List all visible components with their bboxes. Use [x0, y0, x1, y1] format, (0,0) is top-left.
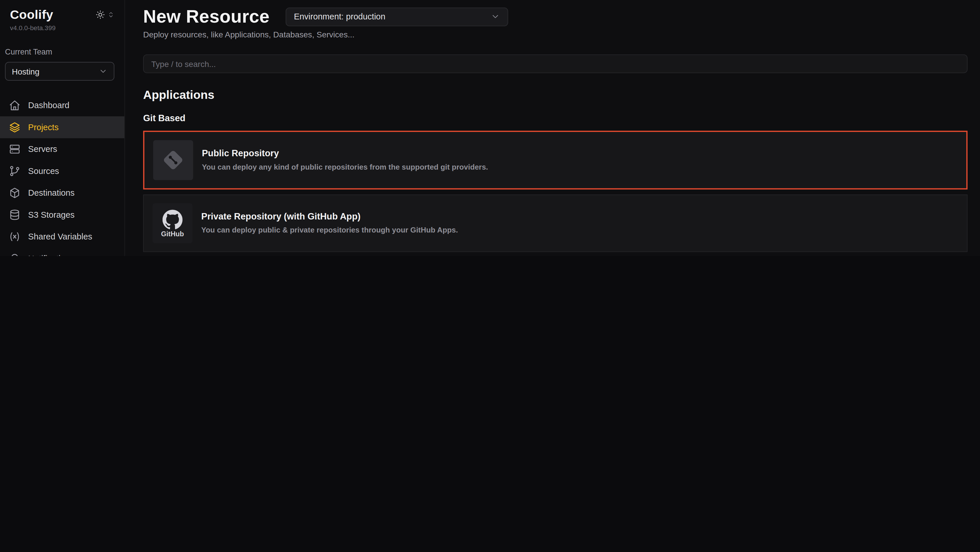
app-title: Coolify — [10, 8, 53, 22]
environment-select-value: Environment: production — [294, 12, 385, 21]
sidebar: Coolify v4.0.0-beta.399 Current Team Hos… — [0, 0, 125, 256]
sidebar-item-s3-storages[interactable]: S3 Storages — [0, 204, 124, 225]
home-icon — [9, 99, 21, 111]
environment-select[interactable]: Environment: production — [286, 7, 508, 26]
database-icon — [9, 209, 21, 221]
card-public-repository[interactable]: Public Repository You can deploy any kin… — [143, 131, 967, 190]
card-private-repository-github-app[interactable]: GitHub Private Repository (with GitHub A… — [143, 195, 967, 252]
app-window: Coolify v4.0.0-beta.399 Current Team Hos… — [0, 0, 980, 256]
page-title: New Resource — [143, 6, 269, 27]
server-icon — [9, 143, 21, 155]
chevron-down-icon — [491, 12, 500, 21]
search-input[interactable] — [143, 54, 967, 73]
github-icon: GitHub — [153, 203, 192, 243]
sidebar-nav: Dashboard Projects Servers Sources Desti… — [0, 94, 124, 256]
sidebar-item-servers[interactable]: Servers — [0, 138, 124, 160]
page-subtitle: Deploy resources, like Applications, Dat… — [143, 30, 967, 40]
variables-icon — [9, 231, 21, 242]
git-card-list: Public Repository You can deploy any kin… — [143, 131, 967, 256]
main-content: New Resource Environment: production Dep… — [125, 0, 980, 256]
git-based-heading: Git Based — [143, 113, 967, 123]
current-team-label: Current Team — [0, 31, 124, 56]
sidebar-item-notifications[interactable]: Notifications — [0, 247, 124, 256]
sidebar-item-sources[interactable]: Sources — [0, 160, 124, 182]
git-branch-icon — [9, 165, 21, 177]
git-icon — [153, 140, 193, 180]
sidebar-item-projects[interactable]: Projects — [0, 116, 124, 138]
sidebar-item-shared-variables[interactable]: Shared Variables — [0, 226, 124, 247]
layers-icon — [9, 121, 21, 133]
sun-icon — [95, 10, 105, 19]
team-select-value: Hosting — [12, 67, 40, 76]
app-version: v4.0.0-beta.399 — [0, 22, 124, 31]
chevrons-up-down-icon — [108, 11, 115, 18]
box-icon — [9, 187, 21, 199]
bell-icon — [9, 252, 21, 256]
applications-heading: Applications — [143, 88, 967, 102]
chevron-down-icon — [99, 67, 108, 76]
sidebar-item-dashboard[interactable]: Dashboard — [0, 94, 124, 116]
theme-toggle[interactable] — [95, 10, 115, 19]
team-select[interactable]: Hosting — [5, 62, 114, 81]
sidebar-item-destinations[interactable]: Destinations — [0, 182, 124, 204]
